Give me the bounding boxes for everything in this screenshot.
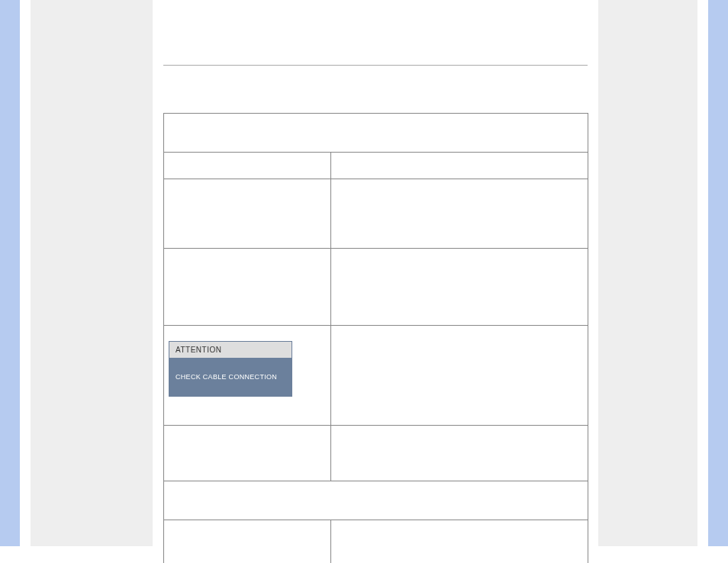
action-cell	[331, 326, 588, 426]
table-row	[164, 249, 588, 326]
table-row	[164, 114, 588, 153]
section-title-cell	[164, 114, 588, 153]
column-header-action	[331, 153, 588, 179]
action-cell	[331, 179, 588, 249]
problem-cell	[164, 520, 331, 564]
problem-cell	[164, 249, 331, 326]
dialog-title: ATTENTION	[169, 342, 292, 358]
table-row	[164, 426, 588, 481]
dialog-body: CHECK CABLE CONNECTION	[169, 358, 292, 396]
table-row	[164, 179, 588, 249]
attention-dialog: ATTENTION CHECK CABLE CONNECTION	[169, 341, 292, 397]
horizontal-rule	[163, 65, 588, 66]
right-blue-border	[708, 0, 728, 546]
action-cell	[331, 426, 588, 481]
action-cell	[331, 249, 588, 326]
column-header-problem	[164, 153, 331, 179]
table-row	[164, 153, 588, 179]
problem-cell	[164, 179, 331, 249]
table-row	[164, 481, 588, 520]
problem-cell-check-connection: ATTENTION CHECK CABLE CONNECTION	[164, 326, 331, 426]
right-grey-panel	[598, 0, 697, 546]
document-page: ATTENTION CHECK CABLE CONNECTION	[153, 0, 598, 546]
left-blue-border	[0, 0, 20, 546]
action-cell	[331, 520, 588, 564]
table-row: ATTENTION CHECK CABLE CONNECTION	[164, 326, 588, 426]
left-grey-panel	[31, 0, 153, 546]
section-title-cell	[164, 481, 588, 520]
table-row	[164, 520, 588, 564]
troubleshooting-table: ATTENTION CHECK CABLE CONNECTION	[163, 113, 588, 563]
problem-cell	[164, 426, 331, 481]
